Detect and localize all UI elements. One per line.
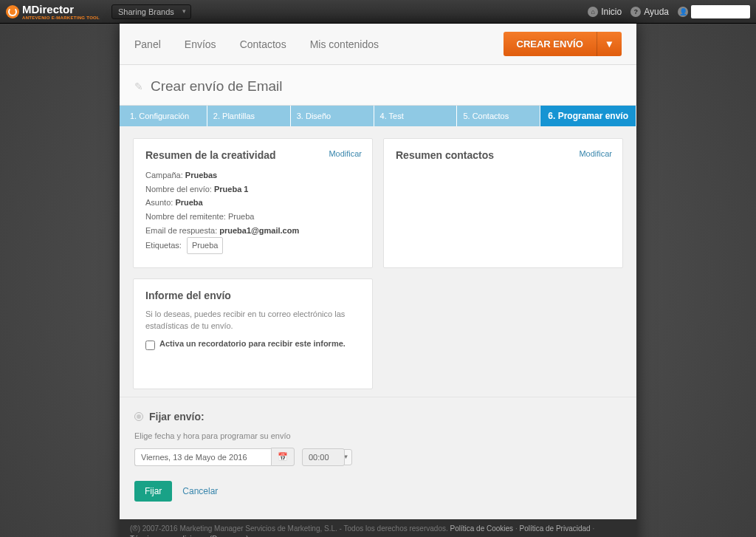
tag-prueba[interactable]: Prueba [187, 237, 223, 254]
cancel-link[interactable]: Cancelar [182, 486, 218, 496]
wizard: 1. Configuración 2. Plantillas 3. Diseño… [120, 106, 636, 126]
help-icon: ? [630, 7, 641, 17]
nav-mis-contenidos[interactable]: Mis contenidos [298, 38, 391, 50]
schedule-inputs: 📅 00:00 ▼ [134, 448, 622, 466]
calendar-button[interactable]: 📅 [271, 448, 295, 466]
time-select[interactable]: 00:00 [302, 448, 345, 466]
creativity-title: Resumen de la creatividad [145, 149, 360, 161]
topbar-right: ⌂ Inicio ? Ayuda 👤 [588, 5, 750, 18]
report-reminder-row[interactable]: Activa un recordatorio para recibir este… [145, 339, 360, 350]
reply-value: prueba1@gmail.com [219, 226, 299, 235]
home-icon: ⌂ [588, 7, 598, 17]
nav-inicio-label: Inicio [601, 7, 622, 17]
footer-copyright: (®) 2007-2016 Marketing Manager Servicio… [130, 524, 448, 533]
wizard-step-2[interactable]: 2. Plantillas [207, 106, 291, 126]
logo[interactable]: MDirector ANTEVENIO E-MARKETING TOOL [6, 3, 100, 20]
report-reminder-checkbox[interactable] [145, 341, 155, 350]
logo-subtitle: ANTEVENIO E-MARKETING TOOL [22, 16, 100, 20]
name-value: Prueba 1 [214, 185, 248, 194]
nav-envios[interactable]: Envíos [173, 38, 228, 50]
topbar: MDirector ANTEVENIO E-MARKETING TOOL Sha… [0, 0, 756, 24]
time-value: 00:00 [309, 453, 329, 462]
nav-inicio[interactable]: ⌂ Inicio [588, 7, 622, 17]
footer-privacy-link[interactable]: Política de Privacidad [519, 524, 590, 533]
subject-label: Asunto: [145, 198, 173, 207]
footer: (®) 2007-2016 Marketing Manager Servicio… [120, 519, 636, 537]
panel-contacts-summary: Modificar Resumen contactos [383, 138, 623, 268]
nav-ayuda[interactable]: ? Ayuda [630, 7, 669, 17]
main-nav: Panel Envíos Contactos Mis contenidos CR… [120, 24, 636, 65]
radio-icon [134, 412, 143, 421]
create-envio-caret[interactable]: ▼ [597, 32, 622, 56]
title-bar: ✎ Crear envío de Email [120, 65, 636, 106]
content: Modificar Resumen de la creatividad Camp… [120, 126, 636, 397]
name-label: Nombre del envío: [145, 185, 212, 194]
schedule-subtitle: Elige fecha y hora para programar su env… [134, 431, 622, 440]
nav-panel[interactable]: Panel [134, 38, 173, 50]
user-menu[interactable]: 👤 [678, 5, 750, 18]
page-title: Crear envío de Email [151, 78, 282, 95]
schedule-title: Fijar envío: [149, 411, 205, 423]
subject-value: Prueba [175, 198, 202, 207]
contacts-title: Resumen contactos [396, 149, 611, 161]
logo-text: MDirector [22, 3, 74, 16]
submit-fijar-button[interactable]: Fijar [134, 481, 172, 502]
schedule-title-row: Fijar envío: [134, 411, 622, 423]
calendar-icon: 📅 [278, 452, 288, 461]
page-container: Panel Envíos Contactos Mis contenidos CR… [120, 24, 636, 537]
wizard-step-3[interactable]: 3. Diseño [291, 106, 374, 126]
nav-ayuda-label: Ayuda [644, 7, 669, 17]
schedule-section: Fijar envío: Elige fecha y hora para pro… [120, 397, 636, 519]
tags-label: Etiquetas: [145, 241, 182, 250]
campaign-label: Campaña: [145, 171, 183, 179]
report-reminder-label: Activa un recordatorio para recibir este… [159, 339, 346, 348]
modify-creativity-link[interactable]: Modificar [329, 149, 362, 158]
schedule-actions: Fijar Cancelar [134, 481, 622, 502]
user-box [691, 5, 750, 18]
wizard-step-5[interactable]: 5. Contactos [457, 106, 540, 126]
wizard-step-4[interactable]: 4. Test [374, 106, 458, 126]
campaign-value: Pruebas [185, 171, 217, 179]
footer-cookies-link[interactable]: Política de Cookies [450, 524, 514, 533]
two-col: Modificar Resumen de la creatividad Camp… [133, 138, 623, 268]
create-envio-group: CREAR ENVÍO ▼ [504, 32, 622, 56]
footer-sep2: · [592, 524, 594, 533]
logo-icon [6, 5, 19, 18]
report-title: Informe del envío [145, 290, 360, 301]
date-input[interactable] [134, 448, 271, 466]
report-desc: Si lo deseas, puedes recibir en tu corre… [145, 309, 360, 332]
panel-creativity-summary: Modificar Resumen de la creatividad Camp… [133, 138, 373, 268]
user-icon: 👤 [678, 7, 688, 17]
brand-select[interactable]: Sharing Brands [111, 4, 191, 19]
create-envio-button[interactable]: CREAR ENVÍO [504, 32, 597, 56]
sender-label: Nombre del remitente: [145, 212, 226, 221]
wizard-step-6[interactable]: 6. Programar envío [540, 106, 636, 126]
wizard-step-1[interactable]: 1. Configuración [120, 106, 207, 126]
brand-selected: Sharing Brands [118, 7, 174, 16]
modify-contacts-link[interactable]: Modificar [579, 149, 612, 158]
sender-value: Prueba [228, 212, 254, 221]
creativity-details: Campaña: Pruebas Nombre del envío: Prueb… [145, 168, 360, 254]
nav-contactos[interactable]: Contactos [228, 38, 298, 50]
pencil-icon: ✎ [134, 81, 143, 92]
panel-report: Informe del envío Si lo deseas, puedes r… [133, 278, 373, 389]
date-input-group: 📅 [134, 448, 295, 466]
reply-label: Email de respuesta: [145, 226, 217, 235]
